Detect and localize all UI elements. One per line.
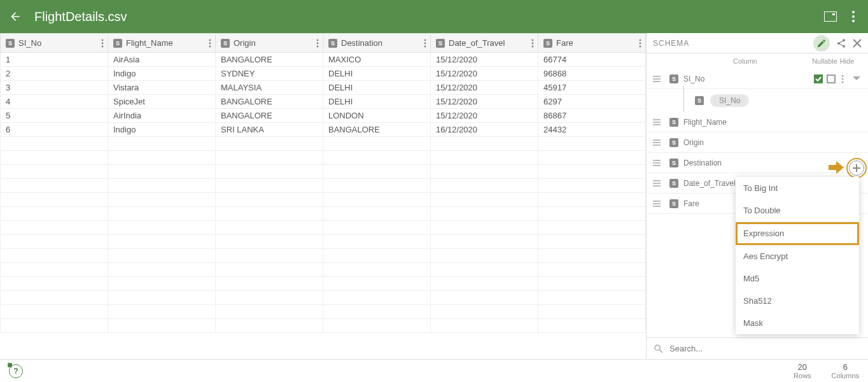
schema-row[interactable]: SOrigin	[647, 132, 868, 153]
type-badge-icon: S	[669, 159, 678, 167]
svg-point-20	[640, 39, 641, 41]
table-cell: 96868	[538, 67, 646, 81]
column-header[interactable]: SDate_of_Travel	[431, 34, 538, 53]
svg-point-19	[532, 45, 534, 47]
help-button[interactable]: ?	[9, 364, 23, 378]
row-more-button[interactable]	[841, 74, 850, 83]
table-row[interactable]: 5AirIndiaBANGALORELONDON15/12/202086867	[1, 109, 646, 123]
schema-row[interactable]: SDestination	[647, 153, 868, 173]
type-badge-icon: S	[669, 118, 678, 127]
nullable-checkbox[interactable]	[812, 74, 825, 84]
chevron-down-icon[interactable]	[853, 76, 862, 81]
table-row[interactable]: 4SpiceJetBANGALOREDELHI15/12/20206297	[1, 95, 646, 109]
column-name: Fare	[556, 38, 573, 48]
column-more-button[interactable]	[316, 39, 319, 48]
schema-row[interactable]: SFlight_Name	[647, 112, 868, 132]
column-more-button[interactable]	[209, 39, 211, 48]
column-more-button[interactable]	[531, 39, 534, 48]
svg-point-3	[852, 15, 855, 18]
table-row-empty	[1, 221, 646, 235]
panel-toggle-button[interactable]	[823, 10, 837, 24]
schema-row[interactable]: SSI_No	[647, 69, 868, 89]
svg-rect-24	[653, 78, 661, 80]
back-button[interactable]	[8, 9, 23, 24]
column-more-button[interactable]	[101, 39, 104, 48]
column-name: Origin	[234, 38, 256, 48]
table-cell: 5	[1, 109, 108, 123]
hide-checkbox[interactable]	[825, 74, 837, 84]
svg-point-15	[424, 42, 426, 44]
svg-rect-25	[653, 81, 661, 82]
top-bar: FlightDetails.csv	[0, 0, 868, 33]
add-transformation-button[interactable]	[849, 160, 864, 176]
dropdown-item[interactable]: To Double	[736, 199, 859, 222]
column-more-button[interactable]	[424, 39, 426, 48]
close-icon	[853, 39, 862, 48]
notification-dot-icon	[8, 363, 12, 367]
table-row-empty	[1, 193, 646, 207]
schema-search-input[interactable]	[669, 344, 862, 353]
schema-close-button[interactable]	[853, 39, 862, 48]
footer-bar: ? 20 Rows 6 Columns	[0, 359, 868, 382]
dropdown-item[interactable]: Md5	[736, 267, 859, 290]
table-row[interactable]: 1AirAsiaBANGALOREMAXICO15/12/202066774	[1, 53, 646, 67]
table-row[interactable]: 6IndigoSRI LANKABANGALORE16/12/202024432	[1, 123, 646, 137]
table-row-empty	[1, 291, 646, 305]
drag-handle-icon[interactable]	[653, 201, 664, 207]
svg-rect-30	[653, 122, 661, 123]
svg-point-13	[317, 45, 319, 47]
table-cell: DELHI	[323, 67, 431, 81]
more-menu-button[interactable]	[846, 10, 860, 24]
schema-column-name: SI_No	[683, 74, 812, 83]
drag-handle-icon[interactable]	[653, 160, 664, 166]
drag-handle-icon[interactable]	[653, 119, 664, 125]
table-row[interactable]: 2IndigoSYDNEYDELHI15/12/202096868	[1, 67, 646, 81]
table-row[interactable]: 3VistaraMALAYSIADELHI15/12/202045917	[1, 81, 646, 95]
svg-point-4	[852, 20, 855, 22]
table-row-empty	[1, 319, 646, 333]
dropdown-item[interactable]: Aes Encrypt	[736, 245, 859, 267]
dropdown-item[interactable]: Sha512	[736, 290, 859, 312]
column-chip[interactable]: SI_No	[710, 94, 749, 107]
column-header[interactable]: SFare	[538, 34, 646, 53]
table-cell: 6297	[538, 95, 646, 109]
column-name: SI_No	[18, 38, 41, 48]
type-badge-icon: S	[669, 138, 678, 147]
svg-point-5	[102, 39, 104, 41]
table-cell: 15/12/2020	[431, 109, 538, 123]
svg-point-27	[842, 78, 844, 80]
drag-handle-icon[interactable]	[653, 180, 664, 187]
column-header[interactable]: SFlight_Name	[108, 34, 216, 53]
drag-handle-icon[interactable]	[653, 139, 664, 146]
column-header[interactable]: SDestination	[323, 34, 431, 53]
table-cell: 4	[1, 95, 108, 109]
table-cell: BANGALORE	[323, 123, 431, 137]
dropdown-item[interactable]: Mask	[736, 312, 859, 334]
column-header[interactable]: SOrigin	[216, 34, 323, 53]
table-cell: 15/12/2020	[431, 95, 538, 109]
svg-rect-33	[653, 142, 661, 143]
svg-point-28	[842, 81, 844, 83]
svg-point-7	[102, 45, 104, 47]
svg-point-6	[102, 42, 104, 44]
dropdown-item[interactable]: To Big Int	[736, 177, 859, 199]
data-table: SSI_NoSFlight_NameSOriginSDestinationSDa…	[0, 33, 646, 333]
search-icon	[653, 343, 664, 355]
schema-share-button[interactable]	[836, 38, 846, 48]
type-badge-icon: S	[328, 39, 337, 48]
column-header[interactable]: SSI_No	[1, 34, 108, 53]
plus-icon	[853, 164, 860, 172]
schema-subrow: SSI_No	[647, 89, 868, 112]
svg-rect-0	[825, 12, 837, 22]
column-more-button[interactable]	[639, 39, 641, 48]
svg-point-2	[852, 11, 855, 13]
svg-point-12	[317, 42, 319, 44]
schema-edit-button[interactable]	[813, 35, 830, 52]
drag-handle-icon[interactable]	[653, 76, 664, 82]
table-cell: MALAYSIA	[216, 81, 323, 95]
dropdown-item[interactable]: Expression	[736, 222, 859, 245]
svg-point-16	[424, 45, 426, 47]
table-row-empty	[1, 235, 646, 249]
table-cell: 15/12/2020	[431, 67, 538, 81]
svg-point-11	[317, 39, 319, 41]
